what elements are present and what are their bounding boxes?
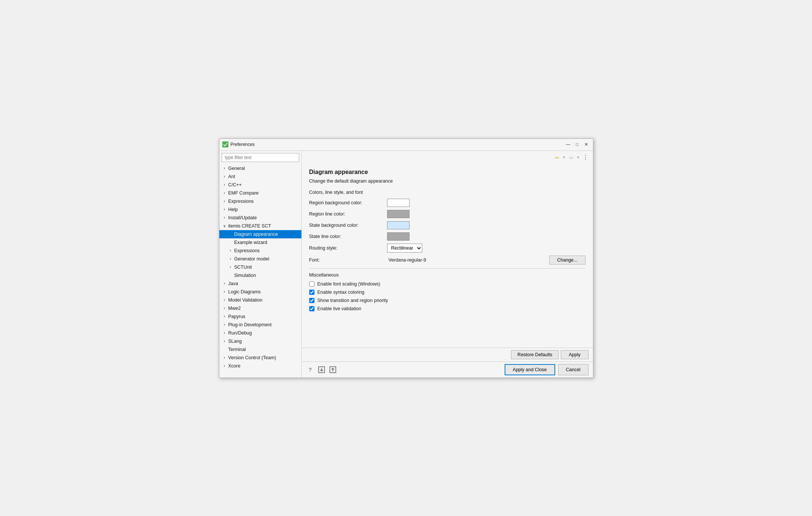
sidebar-item-slang[interactable]: › SLang [219, 337, 301, 345]
sidebar-item-label: Terminal [228, 347, 246, 352]
enable-syntax-coloring-label[interactable]: Enable syntax coloring [317, 290, 365, 295]
chevron-right-icon: › [228, 257, 233, 261]
sidebar: › General › Ant › C/C++ › EMF Compare › [219, 151, 302, 378]
sidebar-item-java[interactable]: › Java [219, 280, 301, 288]
footer: Restore Defaults Apply ? [302, 348, 593, 378]
region-line-color-swatch[interactable] [387, 210, 410, 218]
forward-dropdown-icon[interactable]: ▼ [576, 155, 581, 160]
apply-button[interactable]: Apply [561, 350, 588, 359]
preferences-window: Preferences — □ ✕ › General › Ant [219, 138, 593, 378]
sidebar-item-label: Run/Debug [228, 330, 252, 336]
sidebar-item-label: General [228, 166, 245, 171]
window-controls: — □ ✕ [565, 141, 590, 148]
chevron-down-icon: ∨ [222, 224, 227, 228]
sidebar-item-label: Help [228, 207, 238, 212]
change-font-button[interactable]: Change... [549, 256, 585, 265]
chevron-right-icon: › [222, 339, 227, 344]
forward-arrow-icon[interactable]: ⇨ [568, 154, 574, 161]
sidebar-item-expressions[interactable]: › Expressions [219, 197, 301, 205]
show-transition-priority-checkbox[interactable] [309, 298, 314, 303]
sidebar-item-label: Example wizard [234, 240, 267, 245]
chevron-right-icon: › [222, 191, 227, 195]
sidebar-item-simulation[interactable]: Simulation [219, 271, 301, 280]
content-area: ⇦ ▼ ⇨ ▼ ⋮ Diagram appearance Change the … [302, 151, 593, 378]
state-line-color-swatch[interactable] [387, 232, 410, 241]
sidebar-item-label: Model Validation [228, 297, 263, 303]
title-bar: Preferences — □ ✕ [219, 139, 593, 151]
help-icon[interactable]: ? [306, 366, 314, 374]
page-subtitle: Change the default diagram appearance [309, 178, 586, 184]
font-label: Font: [309, 257, 384, 263]
enable-font-scaling-checkbox[interactable] [309, 281, 314, 287]
sidebar-item-expressions2[interactable]: › Expressions [219, 247, 301, 255]
sidebar-item-label: Expressions [228, 199, 254, 204]
sidebar-item-ant[interactable]: › Ant [219, 172, 301, 181]
region-line-row: Region line color: [309, 210, 586, 218]
enable-syntax-coloring-checkbox[interactable] [309, 290, 314, 295]
sidebar-item-run-debug[interactable]: › Run/Debug [219, 329, 301, 337]
routing-label: Routing style: [309, 245, 384, 251]
more-options-icon[interactable]: ⋮ [583, 154, 589, 161]
enable-font-scaling-label[interactable]: Enable font scaling (Windows) [317, 281, 380, 287]
restore-defaults-button[interactable]: Restore Defaults [511, 350, 559, 359]
sidebar-item-generator-model[interactable]: › Generator model [219, 255, 301, 263]
minimize-button[interactable]: — [565, 141, 572, 148]
cancel-button[interactable]: Cancel [558, 364, 589, 375]
sidebar-item-papyrus[interactable]: › Papyrus [219, 312, 301, 321]
sidebar-item-install-update[interactable]: › Install/Update [219, 214, 301, 222]
sidebar-item-sctunit[interactable]: › SCTUnit [219, 263, 301, 271]
tree: › General › Ant › C/C++ › EMF Compare › [219, 164, 301, 378]
sidebar-item-mwe2[interactable]: › Mwe2 [219, 304, 301, 312]
bottom-left-icons: ? [306, 366, 337, 374]
show-transition-priority-label[interactable]: Show transition and region priority [317, 298, 388, 303]
chevron-right-icon: › [222, 199, 227, 204]
chevron-right-icon: › [228, 265, 233, 269]
chevron-right-icon: › [222, 306, 227, 311]
chevron-right-icon: › [222, 355, 227, 360]
checkbox-row-1: Enable font scaling (Windows) [309, 281, 586, 287]
chevron-right-icon: › [228, 248, 233, 253]
sidebar-item-label: Papyrus [228, 314, 246, 319]
sidebar-item-general[interactable]: › General [219, 164, 301, 172]
enable-live-validation-checkbox[interactable] [309, 306, 314, 311]
import-icon[interactable] [317, 366, 326, 374]
sidebar-item-terminal[interactable]: Terminal [219, 345, 301, 354]
sidebar-item-diagram-appearance[interactable]: Diagram appearance [219, 230, 301, 238]
section-divider [309, 268, 586, 269]
main-content: › General › Ant › C/C++ › EMF Compare › [219, 151, 593, 378]
sidebar-item-version-control[interactable]: › Version Control (Team) [219, 354, 301, 362]
sidebar-item-itemis-create-sct[interactable]: ∨ itemis CREATE SCT [219, 222, 301, 230]
sidebar-item-label: itemis CREATE SCT [228, 223, 271, 229]
checkbox-row-2: Enable syntax coloring [309, 290, 586, 295]
font-value: Verdana-regular-9 [389, 257, 545, 263]
window-title: Preferences [231, 142, 562, 147]
routing-row: Routing style: Rectilinear Oblique [309, 244, 586, 253]
search-input[interactable] [222, 153, 299, 162]
export-icon[interactable] [329, 366, 337, 374]
sidebar-item-logic-diagrams[interactable]: › Logic Diagrams [219, 288, 301, 296]
sidebar-item-cpp[interactable]: › C/C++ [219, 181, 301, 189]
chevron-right-icon: › [222, 298, 227, 302]
sidebar-item-emf-compare[interactable]: › EMF Compare [219, 189, 301, 197]
enable-live-validation-label[interactable]: Enable live validation [317, 306, 361, 311]
state-bg-color-swatch[interactable] [387, 221, 410, 229]
sidebar-item-help[interactable]: › Help [219, 205, 301, 214]
maximize-button[interactable]: □ [574, 141, 581, 148]
region-bg-color-swatch[interactable] [387, 199, 410, 207]
sidebar-item-label: Mwe2 [228, 306, 241, 311]
app-icon [222, 141, 228, 147]
sidebar-item-example-wizard[interactable]: Example wizard [219, 238, 301, 247]
routing-select[interactable]: Rectilinear Oblique [387, 244, 422, 253]
sidebar-item-label: Xcore [228, 363, 241, 369]
region-bg-row: Region background color: [309, 199, 586, 207]
chevron-right-icon: › [222, 281, 227, 286]
apply-and-close-button[interactable]: Apply and Close [505, 364, 555, 375]
sidebar-item-xcore[interactable]: › Xcore [219, 362, 301, 370]
font-row: Font: Verdana-regular-9 Change... [309, 256, 586, 265]
sidebar-item-plug-in-development[interactable]: › Plug-in Development [219, 321, 301, 329]
sidebar-item-model-validation[interactable]: › Model Validation [219, 296, 301, 304]
back-arrow-icon[interactable]: ⇦ [554, 154, 560, 161]
close-button[interactable]: ✕ [583, 141, 590, 148]
footer-bottom: ? [302, 361, 593, 378]
back-dropdown-icon[interactable]: ▼ [562, 155, 567, 160]
